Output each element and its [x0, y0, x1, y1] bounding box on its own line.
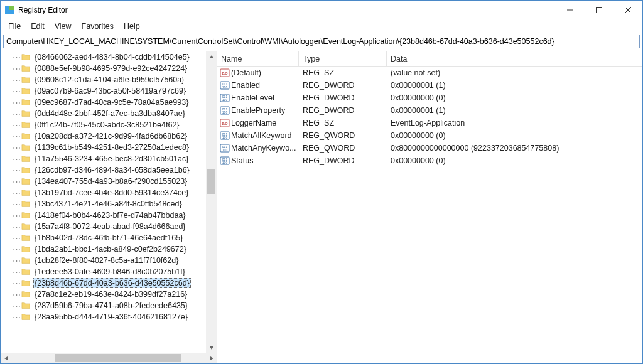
tree-item[interactable]: ⋯{1418ef04-b0b4-4623-bf7e-d74ab47bbdaa} — [1, 210, 206, 221]
value-row[interactable]: MatchAllKeywordREG_QWORD0x00000000 (0) — [217, 129, 642, 142]
svg-rect-3 — [9, 10, 14, 14]
tree-line-icon: ⋯ — [12, 132, 21, 141]
tree-item[interactable]: ⋯{1db28f2e-8f80-4027-8c5a-a11f7f10f62d} — [1, 255, 206, 266]
scroll-left-arrow-icon[interactable] — [1, 353, 11, 363]
tree-line-icon: ⋯ — [12, 98, 21, 107]
tree-line-icon: ⋯ — [12, 64, 21, 73]
tree-item[interactable]: ⋯{28aa95bb-d444-4719-a36f-40462168127e} — [1, 311, 206, 323]
string-value-icon — [219, 118, 231, 128]
binary-value-icon — [219, 156, 231, 166]
tree-item[interactable]: ⋯{1139c61b-b549-4251-8ed3-27250a1edec8} — [1, 142, 206, 153]
value-row[interactable]: EnableLevelREG_DWORD0x00000000 (0) — [217, 92, 642, 104]
folder-icon — [21, 245, 31, 254]
value-row[interactable]: EnablePropertyREG_DWORD0x00000001 (1) — [217, 104, 642, 117]
tree-item[interactable]: ⋯{13bc4371-4e21-4e46-a84f-8c0ffb548ced} — [1, 198, 206, 210]
value-type: REG_QWORD — [299, 144, 387, 153]
tree-item[interactable]: ⋯{13b197bd-7cee-4b4e-8dd0-59314ce374ce} — [1, 187, 206, 198]
column-header-name[interactable]: Name — [217, 51, 299, 66]
tree-item[interactable]: ⋯{15a7a4f8-0072-4eab-abad-f98a4d666aed} — [1, 221, 206, 232]
binary-value-icon — [219, 105, 231, 115]
tree-item[interactable]: ⋯{09ec9687-d7ad-40ca-9c5e-78a04a5ae993} — [1, 97, 206, 108]
value-data: 0x00000001 (1) — [387, 106, 642, 115]
tree-item[interactable]: ⋯{0dd4d48e-2bbf-452f-a7ec-ba3dba8407ae} — [1, 108, 206, 119]
tree-line-icon: ⋯ — [12, 154, 21, 164]
tree-line-icon: ⋯ — [12, 120, 21, 130]
column-header-data[interactable]: Data — [387, 51, 642, 66]
tree-item[interactable]: ⋯{134ea407-755d-4a93-b8a6-f290cd155023} — [1, 176, 206, 187]
tree-item[interactable]: ⋯{126cdb97-d346-4894-8a34-658da5eea1b6} — [1, 164, 206, 176]
scrollbar-track[interactable] — [206, 62, 217, 342]
tree-item-label: {1db28f2e-8f80-4027-8c5a-a11f7f10f62d} — [33, 256, 180, 265]
tree-item[interactable]: ⋯{08466062-aed4-4834-8b04-cddb414504e5} — [1, 51, 206, 63]
folder-icon — [21, 211, 31, 220]
tree-item[interactable]: ⋯{10a208dd-a372-421c-9d99-4fad6db68b62} — [1, 131, 206, 142]
tree-item-label: {13b197bd-7cee-4b4e-8dd0-59314ce374ce} — [33, 188, 190, 197]
tree-item[interactable]: ⋯{1b8b402d-78dc-46fb-bf71-46e64aedf165} — [1, 232, 206, 244]
tree-item[interactable]: ⋯{09608c12-c1da-4104-a6fe-b959cf57560a} — [1, 74, 206, 85]
address-bar[interactable] — [3, 35, 640, 48]
titlebar: Registry Editor — [1, 1, 642, 19]
maximize-button[interactable] — [585, 1, 613, 19]
scroll-up-arrow-icon[interactable] — [206, 51, 217, 62]
menu-favorites[interactable]: Favorites — [77, 21, 119, 32]
menubar: File Edit View Favorites Help — [1, 19, 642, 33]
tree-item-label: {23b8d46b-67dd-40a3-b636-d43e50552c6d} — [33, 278, 191, 288]
value-row[interactable]: LoggerNameREG_SZEventLog-Application — [217, 117, 642, 129]
folder-icon — [21, 233, 31, 242]
tree-item[interactable]: ⋯{27a8c1e2-eb19-463e-8424-b399df27a216} — [1, 289, 206, 300]
value-row[interactable]: EnabledREG_DWORD0x00000001 (1) — [217, 79, 642, 92]
value-name: Status — [231, 156, 299, 165]
value-row[interactable]: StatusREG_DWORD0x00000000 (0) — [217, 154, 642, 167]
tree-item-label: {1edeee53-0afe-4609-b846-d8c0b2075b1f} — [33, 267, 186, 276]
scrollbar-thumb[interactable] — [207, 169, 215, 194]
scroll-down-arrow-icon[interactable] — [206, 342, 217, 353]
value-row[interactable]: MatchAnyKeywo...REG_QWORD0x8000000000000… — [217, 142, 642, 154]
tree-item[interactable]: ⋯{09ac07b9-6ac9-43bc-a50f-58419a797c69} — [1, 85, 206, 97]
menu-help[interactable]: Help — [119, 21, 145, 32]
tree-item[interactable]: ⋯{0ff1c24b-7f05-45c0-abdc-3c8521be4f62} — [1, 119, 206, 131]
folder-icon — [21, 290, 31, 299]
tree-item[interactable]: ⋯{287d59b6-79ba-4741-a08b-2fedeede6435} — [1, 300, 206, 311]
tree-horizontal-scrollbar[interactable] — [1, 353, 217, 363]
folder-icon — [21, 188, 31, 197]
tree-item[interactable]: ⋯{0888e5ef-9b98-4695-979d-e92ce4247224} — [1, 63, 206, 74]
value-type: REG_QWORD — [299, 131, 387, 140]
tree-item-label: {1139c61b-b549-4251-8ed3-27250a1edec8} — [33, 143, 190, 152]
address-input[interactable] — [4, 36, 639, 47]
tree-item-label: {09ac07b9-6ac9-43bc-a50f-58419a797c69} — [33, 87, 187, 95]
value-data: 0x00000000 (0) — [387, 156, 642, 165]
column-header-type[interactable]: Type — [299, 51, 387, 66]
tree-pane: ⋯{08466062-aed4-4834-8b04-cddb414504e5}⋯… — [1, 51, 217, 363]
string-value-icon — [219, 68, 231, 78]
menu-edit[interactable]: Edit — [26, 21, 50, 32]
tree-item[interactable]: ⋯{1bda2ab1-bbc1-4acb-a849-c0ef2b249672} — [1, 244, 206, 255]
hscroll-track[interactable] — [11, 353, 206, 363]
hscroll-thumb[interactable] — [55, 354, 181, 362]
menu-view[interactable]: View — [50, 21, 77, 32]
tree-vertical-scrollbar[interactable] — [206, 51, 217, 353]
menu-file[interactable]: File — [3, 21, 26, 32]
scroll-right-arrow-icon[interactable] — [206, 353, 217, 363]
tree-body[interactable]: ⋯{08466062-aed4-4834-8b04-cddb414504e5}⋯… — [1, 51, 217, 353]
value-data: 0x00000000 (0) — [387, 94, 642, 102]
values-list[interactable]: (Default)REG_SZ(value not set)EnabledREG… — [217, 67, 642, 363]
svg-rect-0 — [5, 6, 9, 10]
folder-icon — [21, 75, 31, 84]
folder-icon — [21, 313, 31, 321]
tree-line-icon: ⋯ — [12, 211, 21, 220]
tree-line-icon: ⋯ — [12, 256, 21, 265]
value-type: REG_DWORD — [299, 81, 387, 90]
tree-item[interactable]: ⋯{11a75546-3234-465e-bec8-2d301cb501ac} — [1, 153, 206, 164]
tree-line-icon: ⋯ — [12, 267, 21, 277]
minimize-button[interactable] — [556, 1, 585, 19]
close-button[interactable] — [613, 1, 642, 19]
tree-line-icon: ⋯ — [12, 245, 21, 254]
tree-item[interactable]: ⋯{1edeee53-0afe-4609-b846-d8c0b2075b1f} — [1, 266, 206, 277]
content-area: ⋯{08466062-aed4-4834-8b04-cddb414504e5}⋯… — [1, 51, 642, 363]
tree-item[interactable]: ⋯{23b8d46b-67dd-40a3-b636-d43e50552c6d} — [1, 277, 206, 289]
folder-icon — [21, 132, 31, 141]
folder-icon — [21, 109, 31, 118]
value-data: EventLog-Application — [387, 119, 642, 127]
value-row[interactable]: (Default)REG_SZ(value not set) — [217, 67, 642, 79]
value-name: (Default) — [231, 68, 299, 77]
